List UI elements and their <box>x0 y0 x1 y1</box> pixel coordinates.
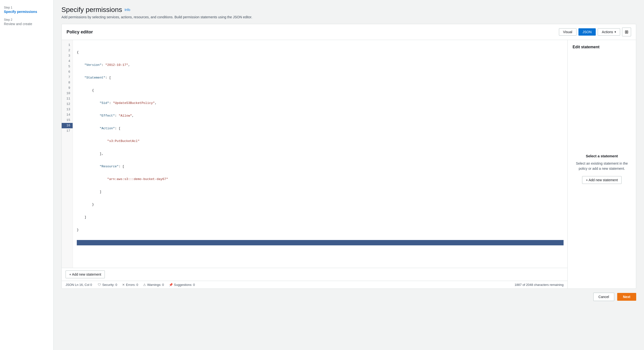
right-panel: Edit statement Select a statement Select… <box>568 40 636 288</box>
line-num-14: 14 <box>62 112 73 118</box>
step2-name: Review and create <box>4 22 50 26</box>
code-line-13: } <box>77 202 564 207</box>
error-icon: ✕ <box>122 283 125 287</box>
page-title: Specify permissions <box>62 6 122 14</box>
step1-label: Step 1 <box>4 6 50 9</box>
line-num-17: 17 <box>62 128 73 134</box>
errors-status: ✕ Errors: 0 <box>122 283 138 287</box>
line-num-9: 9 <box>62 85 73 91</box>
add-statement-button-bottom[interactable]: + Add new statement <box>66 270 105 278</box>
step2-label: Step 2 <box>4 18 50 22</box>
line-num-10: 10 <box>62 91 73 96</box>
select-statement-hint: Select an existing statement in the poli… <box>572 161 631 171</box>
line-num-5: 5 <box>62 64 73 69</box>
right-panel-body: Select a statement Select an existing st… <box>572 54 631 284</box>
code-line-2: "Version": "2012-10-17", <box>77 63 564 68</box>
editor-title: Policy editor <box>66 30 93 35</box>
code-line-17 <box>77 253 564 258</box>
code-line-8: "s3:PutBucketAcl" <box>77 139 564 144</box>
cancel-button[interactable]: Cancel <box>593 293 614 301</box>
code-area: 1 2 3 4 5 6 7 8 9 10 11 12 13 <box>62 40 568 288</box>
main-content: Specify permissions Info Add permissions… <box>54 0 644 350</box>
layout-icon-button[interactable]: ⊞ <box>622 28 631 36</box>
code-line-5: "Sid": "UpdateS3BucketPolicy", <box>77 101 564 106</box>
code-lines[interactable]: { "Version": "2012-10-17", "Statement": … <box>73 40 568 268</box>
right-panel-title: Edit statement <box>572 45 631 49</box>
warnings-status: ⚠ Warnings: 0 <box>143 283 164 287</box>
app-layout: Step 1 Specify permissions Step 2 Review… <box>0 0 644 350</box>
line-num-4: 4 <box>62 59 73 64</box>
code-line-3: "Statement": [ <box>77 75 564 81</box>
cursor-info: JSON Ln 16, Col 0 <box>66 283 92 287</box>
suggestions-status: 📌 Suggestions: 0 <box>169 283 195 287</box>
suggestion-icon: 📌 <box>169 283 173 287</box>
status-info-bar: JSON Ln 16, Col 0 🛡 Security: 0 ✕ Errors… <box>62 281 568 288</box>
line-num-3: 3 <box>62 53 73 59</box>
char-count: 1887 of 2048 characters remaining <box>514 283 564 287</box>
code-line-6: "Effect": "Allow", <box>77 113 564 119</box>
sidebar: Step 1 Specify permissions Step 2 Review… <box>0 0 54 350</box>
next-button[interactable]: Next <box>617 293 636 301</box>
security-status: 🛡 Security: 0 <box>98 283 117 287</box>
line-num-16: 16 <box>62 123 73 128</box>
footer-actions: Cancel Next <box>62 289 636 303</box>
actions-button[interactable]: Actions <box>598 28 620 36</box>
line-num-11: 11 <box>62 96 73 102</box>
code-line-11: "arn:aws:s3:::demo-bucket-day67" <box>77 177 564 182</box>
select-statement-heading: Select a statement <box>586 154 618 158</box>
status-checks: 🛡 Security: 0 ✕ Errors: 0 ⚠ Warnings: 0 <box>98 283 195 287</box>
json-tab-button[interactable]: JSON <box>578 28 596 36</box>
code-line-9: ], <box>77 151 564 157</box>
code-line-16 <box>77 240 564 245</box>
page-subtitle: Add permissions by selecting services, a… <box>62 15 636 19</box>
grid-icon: ⊞ <box>625 29 628 35</box>
code-line-12: ] <box>77 189 564 195</box>
line-num-2: 2 <box>62 48 73 53</box>
line-num-1: 1 <box>62 43 73 48</box>
info-link[interactable]: Info <box>124 8 130 12</box>
code-line-7: "Action": [ <box>77 126 564 131</box>
editor-header: Policy editor Visual JSON Actions ⊞ <box>62 24 636 40</box>
editor-toolbar: Visual JSON Actions ⊞ <box>559 28 631 36</box>
line-num-12: 12 <box>62 102 73 107</box>
policy-editor-card: Policy editor Visual JSON Actions ⊞ <box>62 24 636 289</box>
line-numbers: 1 2 3 4 5 6 7 8 9 10 11 12 13 <box>62 40 73 268</box>
code-bottom-bar: + Add new statement <box>62 268 568 281</box>
code-editor[interactable]: 1 2 3 4 5 6 7 8 9 10 11 12 13 <box>62 40 568 268</box>
code-line-1: { <box>77 50 564 55</box>
shield-icon: 🛡 <box>98 283 101 287</box>
sidebar-step-1: Step 1 Specify permissions <box>4 6 50 14</box>
step1-name: Specify permissions <box>4 10 50 14</box>
line-num-8: 8 <box>62 80 73 85</box>
sidebar-step-2: Step 2 Review and create <box>4 18 50 26</box>
warning-icon: ⚠ <box>143 283 146 287</box>
line-num-6: 6 <box>62 69 73 75</box>
line-num-13: 13 <box>62 107 73 112</box>
visual-tab-button[interactable]: Visual <box>559 28 576 36</box>
line-num-15: 15 <box>62 118 73 123</box>
editor-body: 1 2 3 4 5 6 7 8 9 10 11 12 13 <box>62 40 636 288</box>
page-title-row: Specify permissions Info <box>62 6 636 14</box>
code-line-4: { <box>77 88 564 93</box>
code-line-15: } <box>77 227 564 233</box>
code-line-14: ] <box>77 215 564 220</box>
add-statement-button-right[interactable]: + Add new statement <box>582 176 621 184</box>
line-num-7: 7 <box>62 75 73 80</box>
code-line-10: "Resource": [ <box>77 164 564 169</box>
